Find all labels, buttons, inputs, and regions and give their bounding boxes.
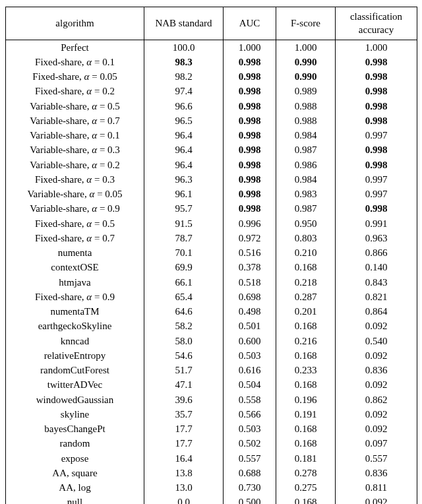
cell-nab: 69.9 [144,260,224,274]
cell-auc: 0.998 [224,142,276,157]
cell-accuracy: 0.991 [336,216,417,231]
alpha-symbol: α [92,115,97,126]
alpha-value: 0.7 [102,233,115,243]
table-row: contextOSE69.90.3780.1680.140 [6,260,417,274]
cell-nab: 96.4 [144,158,224,172]
cell-algorithm: knncad [6,334,144,348]
cell-accuracy: 0.864 [336,304,417,319]
table-row: windowedGaussian39.60.5580.1960.862 [6,393,417,407]
cell-auc: 0.972 [224,231,276,245]
table-row: knncad58.00.6000.2160.540 [6,334,417,348]
cell-nab: 70.1 [144,245,224,260]
cell-nab: 58.0 [144,334,224,348]
cell-fscore: 0.987 [276,201,336,216]
cell-accuracy: 0.092 [336,319,417,333]
equals-sign: = [92,86,102,96]
cell-accuracy: 0.998 [336,113,417,128]
cell-fscore: 0.191 [276,407,336,422]
cell-fscore: 0.196 [276,393,336,407]
cell-fscore: 0.201 [276,304,336,319]
equals-sign: = [97,203,107,214]
cell-nab: 98.3 [144,55,224,69]
cell-auc: 0.600 [224,334,276,348]
cell-algorithm: twitterADVec [6,377,144,392]
table-row: Variable-share, α = 0.596.60.9980.9880.9… [6,99,417,113]
cell-auc: 0.998 [224,84,276,98]
alpha-value: 0.2 [102,86,115,96]
cell-auc: 0.378 [224,260,276,274]
equals-sign: = [89,71,100,82]
alpha-value: 0.3 [102,174,115,185]
cell-accuracy: 0.998 [336,69,417,84]
cell-nab: 98.2 [144,69,224,84]
cell-accuracy: 0.997 [336,172,417,187]
cell-fscore: 0.950 [276,216,336,231]
table-row: expose16.40.5570.1810.557 [6,451,417,466]
table-row: AA, log13.00.7300.2750.811 [6,480,417,495]
alpha-value: 0.9 [107,203,120,214]
cell-accuracy: 0.811 [336,480,417,495]
cell-nab: 35.7 [144,407,224,422]
cell-accuracy: 0.997 [336,187,417,201]
equals-sign: = [97,101,107,111]
alpha-value: 0.9 [102,292,115,302]
cell-fscore: 0.278 [276,466,336,480]
table-row: Fixed-share, α = 0.0598.20.9980.9900.998 [6,69,417,84]
cell-fscore: 0.986 [276,158,336,172]
col-fscore: F-score [276,7,336,40]
cell-accuracy: 0.092 [336,407,417,422]
cell-nab: 96.3 [144,172,224,187]
cell-accuracy: 0.997 [336,128,417,142]
cell-accuracy: 0.092 [336,348,417,363]
cell-fscore: 1.000 [276,40,336,55]
results-table-container: algorithm NAB standard AUC F-score class… [5,7,417,504]
cell-auc: 0.498 [224,304,276,319]
alpha-value: 0.3 [107,144,120,155]
cell-algorithm: Fixed-share, α = 0.2 [6,84,144,98]
cell-nab: 65.4 [144,290,224,304]
cell-auc: 0.566 [224,407,276,422]
alg-prefix: Variable-share, [30,203,92,214]
cell-accuracy: 1.000 [336,40,417,55]
table-row: Fixed-share, α = 0.297.40.9980.9890.998 [6,84,417,98]
cell-accuracy: 0.557 [336,451,417,466]
cell-nab: 100.0 [144,40,224,55]
cell-accuracy: 0.998 [336,158,417,172]
cell-fscore: 0.181 [276,451,336,466]
equals-sign: = [97,115,107,126]
cell-algorithm: Fixed-share, α = 0.05 [6,69,144,84]
alpha-symbol: α [92,130,97,141]
cell-auc: 0.558 [224,393,276,407]
table-row: Fixed-share, α = 0.965.40.6980.2870.821 [6,290,417,304]
table-row: Fixed-share, α = 0.396.30.9980.9840.997 [6,172,417,187]
alg-prefix: Fixed-share, [35,292,86,302]
cell-algorithm: Variable-share, α = 0.2 [6,158,144,172]
cell-fscore: 0.233 [276,363,336,377]
alg-prefix: Variable-share, [30,144,92,155]
col-auc-label: AUC [227,16,272,30]
table-row: Variable-share, α = 0.196.40.9980.9840.9… [6,128,417,142]
cell-algorithm: Variable-share, α = 0.9 [6,201,144,216]
cell-accuracy: 0.998 [336,142,417,157]
cell-accuracy: 0.540 [336,334,417,348]
cell-nab: 51.7 [144,363,224,377]
alg-prefix: Fixed-share, [32,71,84,82]
cell-nab: 95.7 [144,201,224,216]
cell-accuracy: 0.963 [336,231,417,245]
cell-auc: 0.730 [224,480,276,495]
cell-fscore: 0.168 [276,348,336,363]
col-accuracy-label-2: accuracy [340,23,413,36]
cell-fscore: 0.988 [276,99,336,113]
cell-nab: 91.5 [144,216,224,231]
cell-algorithm: windowedGaussian [6,393,144,407]
cell-nab: 0.0 [144,495,224,504]
cell-algorithm: null [6,495,144,504]
cell-fscore: 0.218 [276,275,336,290]
alg-prefix: Variable-share, [30,130,92,141]
alg-prefix: Fixed-share, [35,86,86,96]
alpha-symbol: α [92,144,97,155]
table-row: numentaTM64.60.4980.2010.864 [6,304,417,319]
table-row: htmjava66.10.5180.2180.843 [6,275,417,290]
cell-nab: 78.7 [144,231,224,245]
cell-fscore: 0.988 [276,113,336,128]
